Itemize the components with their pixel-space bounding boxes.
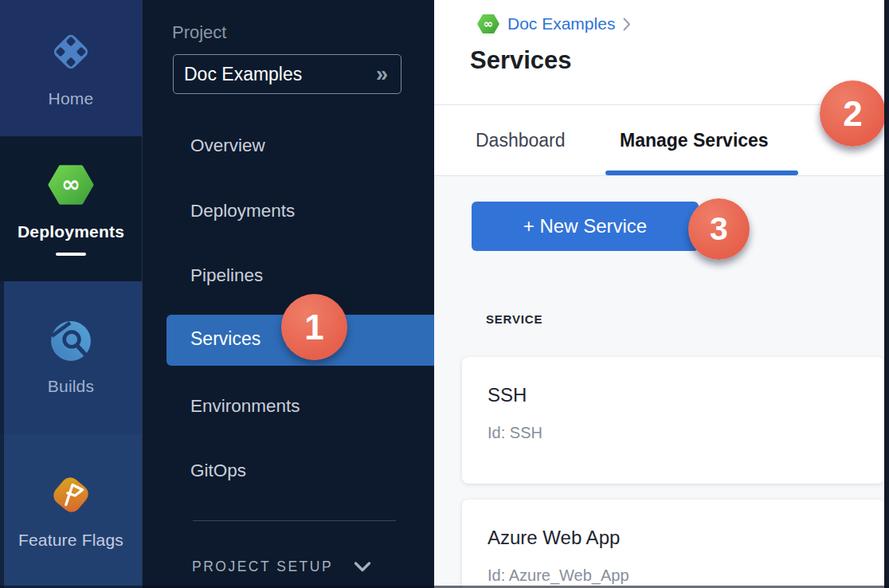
project-setup-section-toggle[interactable]: PROJECT SETUP xyxy=(192,559,371,575)
rail-item-feature-flags[interactable]: Feature Flags xyxy=(0,434,142,588)
sidebar-item-deployments[interactable]: Deployments xyxy=(190,199,295,223)
breadcrumb-project-link[interactable]: Doc Examples xyxy=(507,14,615,33)
app-window: Home ∞ Deployments xyxy=(0,0,889,588)
annotation-callout-3: 3 xyxy=(688,198,750,260)
service-card-azure-web-app[interactable]: Azure Web App Id: Azure_Web_App xyxy=(462,500,884,588)
sidebar-item-label: Services xyxy=(190,328,260,350)
rail-item-label: Deployments xyxy=(18,222,124,241)
rail-item-label: Builds xyxy=(48,377,94,396)
breadcrumb-project-icon: ∞ xyxy=(477,13,499,35)
rail-item-label: Feature Flags xyxy=(18,531,123,550)
service-id: Id: SSH xyxy=(488,424,542,442)
page-title: Services xyxy=(470,46,572,75)
annotation-callout-1: 1 xyxy=(281,294,347,360)
services-content: + New Service SERVICE SSH Id: SSH Azure … xyxy=(434,176,889,588)
rail-item-builds[interactable]: Builds xyxy=(0,281,142,434)
right-edge-border xyxy=(884,0,889,588)
service-name: SSH xyxy=(488,384,527,406)
deployments-icon: ∞ xyxy=(48,162,94,211)
rail-item-home[interactable]: Home xyxy=(0,0,142,136)
home-icon xyxy=(48,29,94,78)
svg-text:∞: ∞ xyxy=(484,17,494,31)
project-label: Project xyxy=(172,22,226,43)
breadcrumb: ∞ Doc Examples xyxy=(477,13,631,35)
sidebar-item-environments[interactable]: Environments xyxy=(190,394,300,418)
rail-edge-shadow xyxy=(0,281,4,588)
service-id: Id: Azure_Web_App xyxy=(488,566,629,585)
tab-manage-services[interactable]: Manage Services xyxy=(620,130,769,151)
sidebar-item-pipelines[interactable]: Pipelines xyxy=(190,264,263,288)
project-setup-label: PROJECT SETUP xyxy=(192,559,333,575)
rail-item-deployments[interactable]: ∞ Deployments xyxy=(0,136,142,281)
active-module-indicator xyxy=(56,253,86,256)
project-picker[interactable]: Doc Examples » xyxy=(173,54,401,94)
sidebar-item-overview[interactable]: Overview xyxy=(190,134,265,158)
annotation-callout-2: 2 xyxy=(820,80,886,147)
breadcrumb-chevron-icon xyxy=(623,18,631,31)
svg-text:∞: ∞ xyxy=(61,171,80,198)
feature-flags-icon xyxy=(49,473,92,519)
module-rail: Home ∞ Deployments xyxy=(0,0,142,588)
chevron-down-icon xyxy=(354,561,371,573)
main-content: ∞ Doc Examples Services Dashboard Manage… xyxy=(434,0,889,588)
service-name: Azure Web App xyxy=(488,527,620,549)
service-column-header: SERVICE xyxy=(486,312,542,326)
service-card-ssh[interactable]: SSH Id: SSH xyxy=(462,357,884,484)
sidebar-item-gitops[interactable]: GitOps xyxy=(190,459,246,483)
new-service-button[interactable]: + New Service xyxy=(472,202,699,251)
builds-icon xyxy=(49,319,92,366)
tab-dashboard[interactable]: Dashboard xyxy=(476,130,566,151)
project-sidebar: Project Doc Examples » Overview Deployme… xyxy=(142,0,434,588)
project-picker-value: Doc Examples xyxy=(184,64,376,85)
sidebar-divider xyxy=(193,520,396,521)
double-chevron-right-icon[interactable]: » xyxy=(376,64,388,85)
rail-item-label: Home xyxy=(49,89,94,108)
